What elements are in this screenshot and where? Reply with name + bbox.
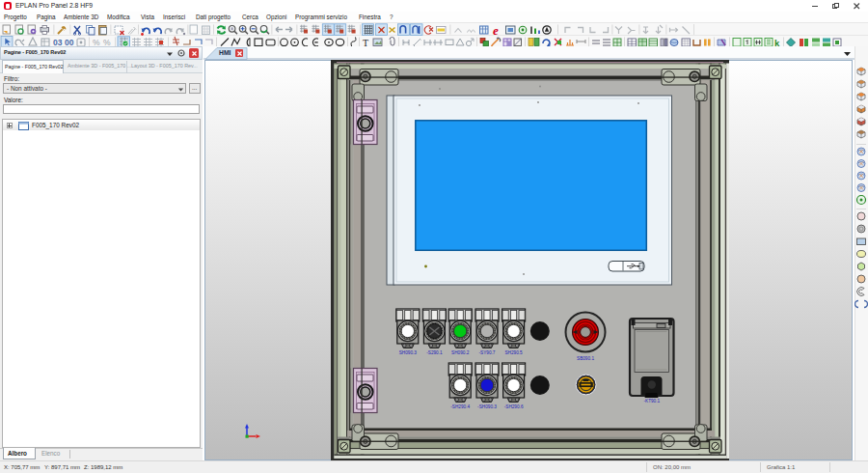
svg-text:SH090.2: SH090.2	[451, 350, 470, 355]
svg-text:-SY90.7: -SY90.7	[479, 350, 496, 355]
svg-text:-SH090.3: -SH090.3	[477, 404, 497, 409]
svg-text:-SH290.6: -SH290.6	[504, 404, 524, 409]
svg-text:-KT90.1: -KT90.1	[643, 399, 660, 403]
svg-text:SB090.1: SB090.1	[577, 356, 594, 361]
svg-text:SH290.5: SH290.5	[504, 350, 523, 355]
svg-text:e: e	[493, 23, 499, 36]
svg-text:-SH290.4: -SH290.4	[450, 404, 470, 409]
svg-text:-S290.1: -S290.1	[426, 350, 443, 355]
svg-text:SH090.3: SH090.3	[399, 350, 418, 355]
